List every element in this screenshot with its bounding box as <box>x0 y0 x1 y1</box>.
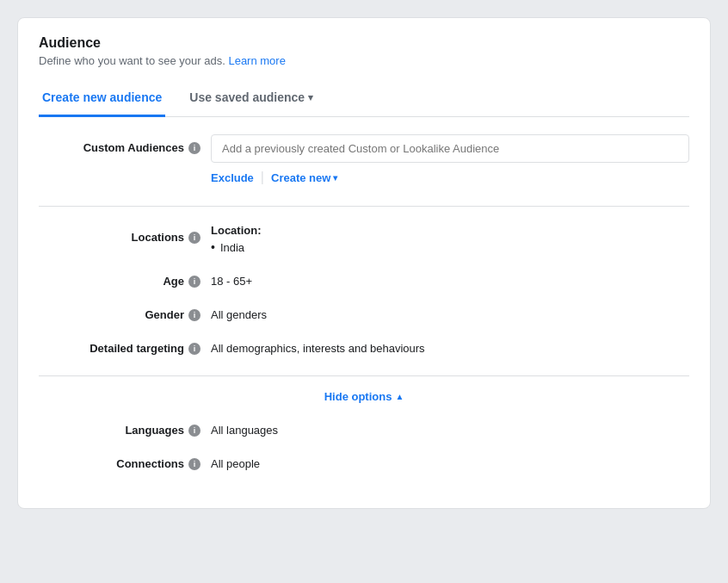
audience-actions: Exclude | Create new ▾ <box>211 170 689 185</box>
gender-info-icon[interactable]: i <box>188 309 201 321</box>
custom-audiences-content: Exclude | Create new ▾ <box>211 134 689 185</box>
languages-value: All languages <box>211 417 689 437</box>
learn-more-link[interactable]: Learn more <box>228 54 285 67</box>
detailed-targeting-value: All demographics, interests and behaviou… <box>211 335 689 355</box>
locations-label: Locations i <box>39 224 211 244</box>
create-new-button[interactable]: Create new ▾ <box>271 171 337 184</box>
section-title: Audience <box>39 35 689 51</box>
age-info-icon[interactable]: i <box>188 276 201 288</box>
tab-use-saved[interactable]: Use saved audience ▾ <box>186 82 317 117</box>
age-row: Age i 18 - 65+ <box>39 268 689 288</box>
options-section: Hide options ▲ Languages i All languages… <box>39 376 689 487</box>
section-subtitle: Define who you want to see your ads. Lea… <box>39 54 689 67</box>
age-label: Age i <box>39 268 211 288</box>
location-india: India <box>220 241 244 254</box>
hide-options-arrow: ▲ <box>395 392 404 401</box>
connections-row: Connections i All people <box>39 450 689 470</box>
audience-card: Audience Define who you want to see your… <box>17 17 711 509</box>
connections-label: Connections i <box>39 450 211 470</box>
bullet-icon: • <box>211 240 215 254</box>
tabs-bar: Create new audience Use saved audience ▾ <box>39 81 689 117</box>
tab-create-new[interactable]: Create new audience <box>39 82 165 117</box>
locations-section: Locations i Location: • India Age i <box>39 207 689 376</box>
custom-audiences-section: Custom Audiences i Exclude | Create new … <box>39 117 689 207</box>
custom-audiences-info-icon[interactable]: i <box>188 142 201 154</box>
languages-info-icon[interactable]: i <box>188 425 201 437</box>
hide-options-button[interactable]: Hide options ▲ <box>39 390 689 403</box>
custom-audiences-label: Custom Audiences i <box>39 134 211 154</box>
locations-content: Location: • India <box>211 224 689 254</box>
pipe-divider: | <box>261 170 264 185</box>
detailed-targeting-label: Detailed targeting i <box>39 335 211 355</box>
location-item: • India <box>211 240 689 254</box>
connections-value: All people <box>211 450 689 470</box>
card-header: Audience Define who you want to see your… <box>39 35 689 67</box>
locations-info-icon[interactable]: i <box>188 232 201 244</box>
languages-label: Languages i <box>39 417 211 437</box>
detailed-targeting-info-icon[interactable]: i <box>188 343 201 355</box>
gender-label: Gender i <box>39 301 211 321</box>
custom-audiences-input[interactable] <box>211 134 689 163</box>
gender-value: All genders <box>211 301 689 321</box>
custom-audiences-row: Custom Audiences i Exclude | Create new … <box>39 134 689 185</box>
detailed-targeting-row: Detailed targeting i All demographics, i… <box>39 335 689 355</box>
tab-dropdown-arrow: ▾ <box>308 92 313 103</box>
exclude-link[interactable]: Exclude <box>211 171 254 184</box>
languages-row: Languages i All languages <box>39 417 689 437</box>
connections-info-icon[interactable]: i <box>188 458 201 470</box>
gender-row: Gender i All genders <box>39 301 689 321</box>
location-heading: Location: <box>211 224 689 237</box>
age-value: 18 - 65+ <box>211 268 689 288</box>
create-new-arrow: ▾ <box>333 173 337 183</box>
subtitle-text: Define who you want to see your ads. <box>39 54 225 67</box>
locations-row: Locations i Location: • India <box>39 224 689 254</box>
